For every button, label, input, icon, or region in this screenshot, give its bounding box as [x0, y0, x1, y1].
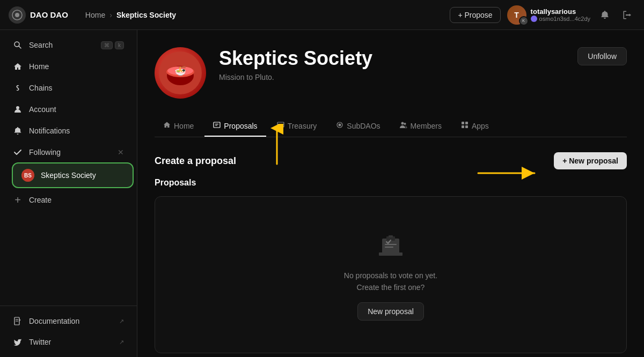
proposals-empty-state: No proposals to vote on yet. Create the … [155, 196, 627, 353]
sidebar-bottom: Documentation ↗ Twitter ↗ [0, 306, 137, 353]
twitter-label: Twitter [29, 338, 51, 346]
svg-rect-18 [277, 122, 284, 127]
svg-text:BS: BS [24, 173, 32, 178]
tab-home[interactable]: Home [155, 116, 202, 137]
home-icon [13, 62, 23, 71]
breadcrumb-current: Skeptics Society [116, 11, 176, 19]
tab-home-icon [163, 121, 171, 130]
notifications-label: Notifications [29, 127, 70, 135]
user-address: osmo1n3sd...4c2dy [531, 16, 590, 22]
propose-button[interactable]: + Propose [450, 7, 500, 23]
svg-point-22 [339, 124, 341, 127]
empty-state-text: No proposals to vote on yet. Create the … [344, 270, 437, 294]
user-area: T K totallysarious osmo1n3sd...4c2dy [507, 5, 590, 25]
empty-new-proposal-button[interactable]: New proposal [357, 302, 424, 321]
breadcrumb-home[interactable]: Home [85, 11, 105, 19]
tab-apps-icon [461, 121, 469, 130]
tab-treasury-icon [277, 121, 284, 130]
svg-point-4 [16, 106, 19, 109]
documentation-external-icon: ↗ [119, 318, 124, 325]
breadcrumb: Home › Skeptics Society [85, 11, 176, 19]
topbar-right: + Propose T K totallysarious osmo1n3sd..… [450, 5, 635, 25]
search-icon [13, 40, 23, 50]
tab-subdaos[interactable]: SubDAOs [327, 116, 389, 137]
skeptics-society-avatar: BS [21, 169, 34, 182]
sidebar-item-documentation[interactable]: Documentation ↗ [4, 311, 133, 331]
skeptics-society-label: Skeptics Society [41, 171, 96, 180]
svg-point-1 [15, 13, 19, 17]
sidebar-item-notifications[interactable]: Notifications [4, 121, 133, 141]
sidebar-item-create[interactable]: + Create [4, 190, 133, 210]
main-layout: Search ⌘ k Home Chains [0, 30, 644, 357]
dao-name: Skeptics Society [219, 47, 565, 70]
create-icon: + [13, 195, 23, 205]
following-icon [13, 147, 23, 157]
svg-rect-26 [465, 122, 468, 124]
sidebar-item-chains[interactable]: Chains [4, 78, 133, 98]
tab-apps[interactable]: Apps [452, 116, 497, 137]
breadcrumb-separator: › [109, 11, 112, 19]
following-label: Following [29, 148, 61, 157]
search-shortcuts: ⌘ k [101, 41, 124, 49]
documentation-label: Documentation [29, 317, 79, 325]
tab-treasury[interactable]: Treasury [268, 116, 326, 137]
logout-icon-btn[interactable] [619, 7, 635, 23]
svg-rect-34 [379, 252, 402, 256]
tab-proposals[interactable]: Proposals [204, 116, 266, 137]
dao-tagline: Mission to Pluto. [219, 73, 565, 81]
chains-icon [13, 83, 23, 93]
sidebar-item-account[interactable]: Account [4, 99, 133, 120]
ballot-icon [375, 229, 407, 261]
account-label: Account [29, 105, 56, 114]
tab-subdaos-icon [336, 121, 343, 130]
create-label: Create [29, 196, 52, 204]
following-chevron: ✕ [118, 148, 124, 157]
twitter-icon [13, 337, 23, 347]
app-logo [9, 6, 26, 24]
svg-rect-20 [279, 125, 280, 127]
svg-rect-28 [465, 125, 468, 128]
tab-members-icon [400, 121, 407, 130]
topbar-left: DAO DAO Home › Skeptics Society [9, 6, 450, 24]
svg-line-3 [19, 46, 21, 48]
topbar: DAO DAO Home › Skeptics Society + Propos… [0, 0, 644, 30]
user-info: totallysarious osmo1n3sd...4c2dy [531, 8, 590, 22]
dao-header: 🍜 Skeptics Society Mission to Pluto. Unf… [155, 47, 627, 99]
twitter-external-icon: ↗ [119, 339, 124, 346]
sidebar-item-home[interactable]: Home [4, 56, 133, 77]
sidebar-item-twitter[interactable]: Twitter ↗ [4, 332, 133, 352]
account-icon [13, 105, 23, 114]
proposals-section-label: Proposals [155, 178, 627, 188]
app-name: DAO DAO [30, 10, 68, 19]
content-area: 🍜 Skeptics Society Mission to Pluto. Unf… [137, 30, 644, 357]
unfollow-button[interactable]: Unfollow [577, 47, 627, 65]
dao-logo: 🍜 [155, 47, 206, 99]
tab-proposals-icon [213, 121, 221, 130]
tabs: Home Proposals [155, 116, 627, 137]
sidebar-item-skeptics-society[interactable]: BS Skeptics Society [13, 163, 133, 187]
svg-point-23 [401, 122, 404, 125]
dao-logo-inner: 🍜 [155, 47, 206, 99]
tab-members[interactable]: Members [391, 116, 450, 137]
new-proposal-button[interactable]: + New proposal [554, 152, 627, 169]
search-label: Search [29, 41, 53, 49]
create-proposal-title: Create a proposal [155, 155, 236, 167]
notifications-icon-btn[interactable] [597, 7, 613, 23]
dao-info: Skeptics Society Mission to Pluto. [219, 47, 565, 81]
avatar: T K [507, 5, 526, 25]
user-name: totallysarious [531, 8, 590, 16]
home-label: Home [29, 62, 49, 71]
chain-icon [531, 16, 537, 22]
sidebar-item-following[interactable]: Following ✕ [4, 142, 133, 162]
svg-rect-31 [389, 235, 393, 237]
svg-rect-15 [214, 122, 220, 128]
svg-point-24 [404, 123, 406, 125]
avatar-chain-badge: K [519, 16, 529, 26]
documentation-icon [13, 316, 23, 326]
chains-label: Chains [29, 84, 53, 92]
svg-rect-25 [462, 122, 464, 124]
svg-text:🍜: 🍜 [174, 65, 187, 77]
sidebar-item-search[interactable]: Search ⌘ k [4, 35, 133, 55]
sidebar: Search ⌘ k Home Chains [0, 30, 137, 357]
notification-icon [13, 126, 23, 136]
